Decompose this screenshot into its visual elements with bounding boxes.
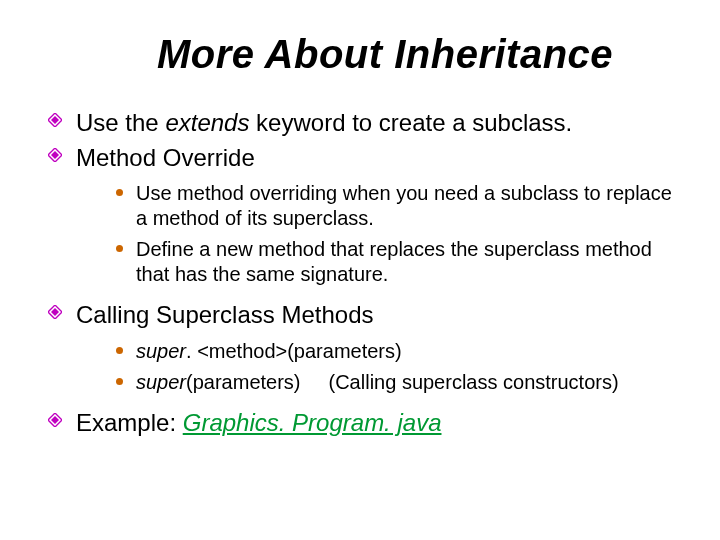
text: (Calling superclass constructors) <box>329 371 619 393</box>
text: Define a new method that replaces the su… <box>136 238 652 285</box>
bullet-list-level2: Use method overriding when you need a su… <box>76 181 680 287</box>
dot-bullet-icon <box>116 347 123 354</box>
bullet-example: Example: Graphics. Program. java <box>48 407 680 438</box>
text: Example: <box>76 409 183 436</box>
bullet-extends: Use the extends keyword to create a subc… <box>48 107 680 138</box>
keyword-super: super <box>136 340 186 362</box>
text: (parameters) <box>186 371 300 393</box>
diamond-bullet-icon <box>48 113 62 127</box>
text: Use method overriding when you need a su… <box>136 182 672 229</box>
diamond-bullet-icon <box>48 148 62 162</box>
diamond-bullet-icon <box>48 413 62 427</box>
bullet-method-override: Method Override Use method overriding wh… <box>48 142 680 287</box>
text: keyword to create a subclass. <box>249 109 572 136</box>
text: Method Override <box>76 144 255 171</box>
subbullet: Define a new method that replaces the su… <box>116 237 680 287</box>
slide-title: More About Inheritance <box>90 32 680 77</box>
bullet-calling-super: Calling Superclass Methods super. <metho… <box>48 299 680 394</box>
text: . <method>(parameters) <box>186 340 402 362</box>
subbullet: super. <method>(parameters) <box>116 339 680 364</box>
svg-marker-1 <box>51 116 59 124</box>
text: Calling Superclass Methods <box>76 301 373 328</box>
keyword-super: super <box>136 371 186 393</box>
svg-marker-7 <box>51 416 59 424</box>
dot-bullet-icon <box>116 378 123 385</box>
diamond-bullet-icon <box>48 305 62 319</box>
slide: More About Inheritance Use the extends k… <box>0 0 720 462</box>
bullet-list-level2: super. <method>(parameters) super(parame… <box>76 339 680 395</box>
bullet-list-level1: Use the extends keyword to create a subc… <box>40 107 680 438</box>
subbullet: super(parameters)(Calling superclass con… <box>116 370 680 395</box>
svg-marker-5 <box>51 308 59 316</box>
subbullet: Use method overriding when you need a su… <box>116 181 680 231</box>
dot-bullet-icon <box>116 189 123 196</box>
dot-bullet-icon <box>116 245 123 252</box>
text: Use the <box>76 109 165 136</box>
example-link[interactable]: Graphics. Program. java <box>183 409 442 436</box>
keyword-extends: extends <box>165 109 249 136</box>
svg-marker-3 <box>51 151 59 159</box>
